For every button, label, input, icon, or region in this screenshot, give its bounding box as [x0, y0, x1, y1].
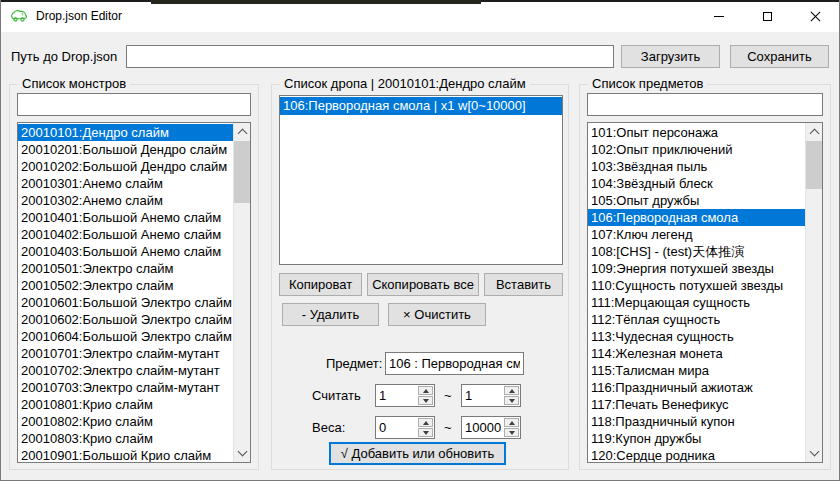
weight-max-stepper[interactable] [461, 416, 521, 439]
list-item[interactable]: 20010803:Крио слайм [18, 430, 233, 447]
list-item[interactable]: 111:Мерцающая сущность [588, 294, 805, 311]
window-title: Drop.json Editor [36, 9, 122, 23]
list-item[interactable]: 20010201:Большой Дендро слайм [18, 141, 233, 158]
spin-up-icon[interactable] [504, 418, 519, 427]
weight-min-input[interactable] [376, 417, 418, 438]
spin-down-icon[interactable] [418, 396, 433, 405]
list-item[interactable]: 108:[CHS] - (test)天体推演 [588, 243, 805, 260]
list-item[interactable]: 109:Энергия потухшей звезды [588, 260, 805, 277]
maximize-button[interactable] [743, 0, 791, 32]
spin-up-icon[interactable] [504, 386, 519, 395]
list-item[interactable]: 118:Праздничный купон [588, 413, 805, 430]
list-item[interactable]: 116:Праздничный ажиотаж [588, 379, 805, 396]
list-item[interactable]: 20010604:Большой Электро слайм [18, 328, 233, 345]
copy-button[interactable]: Копироват [279, 273, 362, 296]
list-item[interactable]: 20010601:Большой Электро слайм [18, 294, 233, 311]
scroll-up-icon[interactable] [806, 123, 823, 140]
spin-up-icon[interactable] [418, 386, 433, 395]
list-item[interactable]: 107:Ключ легенд [588, 226, 805, 243]
drops-group-title: Список дропа | 20010101:Дендро слайм [280, 76, 530, 91]
copy-all-button[interactable]: Скопировать все [367, 273, 479, 296]
close-button[interactable] [791, 0, 839, 32]
count-min-stepper[interactable] [375, 384, 435, 407]
tilde-separator: ~ [444, 420, 452, 435]
list-item[interactable]: 103:Звёздная пыль [588, 158, 805, 175]
list-item[interactable]: 112:Тёплая сущность [588, 311, 805, 328]
spin-down-icon[interactable] [504, 428, 519, 437]
list-item[interactable]: 20010901:Большой Крио слайм [18, 447, 233, 462]
list-item[interactable]: 20010302:Анемо слайм [18, 192, 233, 209]
item-label: Предмет: [326, 356, 382, 371]
minimize-icon [714, 16, 724, 17]
path-input[interactable] [126, 45, 614, 68]
spin-down-icon[interactable] [504, 396, 519, 405]
list-item[interactable]: 20010802:Крио слайм [18, 413, 233, 430]
list-item[interactable]: 20010202:Большой Дендро слайм [18, 158, 233, 175]
app-window: Drop.json Editor Путь до Drop.json Загру… [0, 0, 840, 481]
list-item[interactable]: 20010301:Анемо слайм [18, 175, 233, 192]
close-icon [810, 11, 821, 22]
list-item[interactable]: 20010701:Электро слайм-мутант [18, 345, 233, 362]
list-item[interactable]: 101:Опыт персонажа [588, 124, 805, 141]
top-edge-artifact [151, 0, 481, 4]
list-item[interactable]: 119:Купон дружбы [588, 430, 805, 447]
count-label: Считать [312, 388, 361, 403]
count-max-input[interactable] [462, 385, 504, 406]
app-icon [10, 8, 28, 24]
weight-max-input[interactable] [462, 417, 504, 438]
minimize-button[interactable] [695, 0, 743, 32]
scroll-up-icon[interactable] [234, 123, 251, 140]
list-item[interactable]: 106:Первородная смола | x1 w[0~10000] [280, 97, 562, 115]
items-group-title: Список предметов [588, 76, 707, 91]
list-item[interactable]: 20010703:Электро слайм-мутант [18, 379, 233, 396]
list-item[interactable]: 104:Звёздный блеск [588, 175, 805, 192]
list-item[interactable]: 20010101:Дендро слайм [18, 124, 233, 141]
weight-label: Веса: [312, 420, 345, 435]
list-item[interactable]: 117:Печать Венефикус [588, 396, 805, 413]
count-max-stepper[interactable] [461, 384, 521, 407]
item-input[interactable] [385, 352, 524, 375]
monster-filter-input[interactable] [17, 93, 251, 116]
maximize-icon [763, 12, 772, 21]
list-item[interactable]: 120:Сердце родника [588, 447, 805, 462]
scrollbar-thumb[interactable] [806, 141, 823, 189]
spin-up-icon[interactable] [418, 418, 433, 427]
list-item[interactable]: 20010702:Электро слайм-мутант [18, 362, 233, 379]
list-item[interactable]: 115:Талисман мира [588, 362, 805, 379]
item-list-scrollbar[interactable] [805, 123, 822, 462]
delete-button[interactable]: - Удалить [282, 303, 379, 326]
item-listbox[interactable]: 101:Опыт персонажа102:Опыт приключений10… [587, 122, 823, 463]
list-item[interactable]: 113:Чудесная сущность [588, 328, 805, 345]
path-label: Путь до Drop.json [11, 49, 117, 64]
list-item[interactable]: 20010501:Электро слайм [18, 260, 233, 277]
list-item[interactable]: 20010402:Большой Анемо слайм [18, 226, 233, 243]
list-item[interactable]: 114:Железная монета [588, 345, 805, 362]
drop-listbox[interactable]: 106:Первородная смола | x1 w[0~10000] [279, 95, 563, 265]
list-item[interactable]: 20010403:Большой Анемо слайм [18, 243, 233, 260]
clear-button[interactable]: × Очистить [388, 303, 486, 326]
title-bar[interactable]: Drop.json Editor [1, 0, 839, 32]
item-filter-input[interactable] [587, 93, 823, 116]
add-or-update-button[interactable]: √ Добавить или обновить [329, 442, 506, 465]
scroll-down-icon[interactable] [234, 445, 251, 462]
tilde-separator: ~ [444, 388, 452, 403]
list-item[interactable]: 110:Сущность потухшей звезды [588, 277, 805, 294]
monsters-group-title: Список монстров [18, 76, 130, 91]
scrollbar-thumb[interactable] [234, 141, 251, 203]
scroll-down-icon[interactable] [806, 445, 823, 462]
list-item[interactable]: 20010602:Большой Электро слайм [18, 311, 233, 328]
list-item[interactable]: 20010401:Большой Анемо слайм [18, 209, 233, 226]
spin-down-icon[interactable] [418, 428, 433, 437]
list-item[interactable]: 106:Первородная смола [588, 209, 805, 226]
list-item[interactable]: 105:Опыт дружбы [588, 192, 805, 209]
monster-listbox[interactable]: 20010101:Дендро слайм20010201:Большой Де… [17, 122, 251, 463]
paste-button[interactable]: Вставить [484, 273, 563, 296]
list-item[interactable]: 20010801:Крио слайм [18, 396, 233, 413]
list-item[interactable]: 20010502:Электро слайм [18, 277, 233, 294]
count-min-input[interactable] [376, 385, 418, 406]
monster-list-scrollbar[interactable] [233, 123, 250, 462]
save-button[interactable]: Сохранить [730, 45, 829, 68]
weight-min-stepper[interactable] [375, 416, 435, 439]
load-button[interactable]: Загрузить [621, 45, 720, 68]
list-item[interactable]: 102:Опыт приключений [588, 141, 805, 158]
